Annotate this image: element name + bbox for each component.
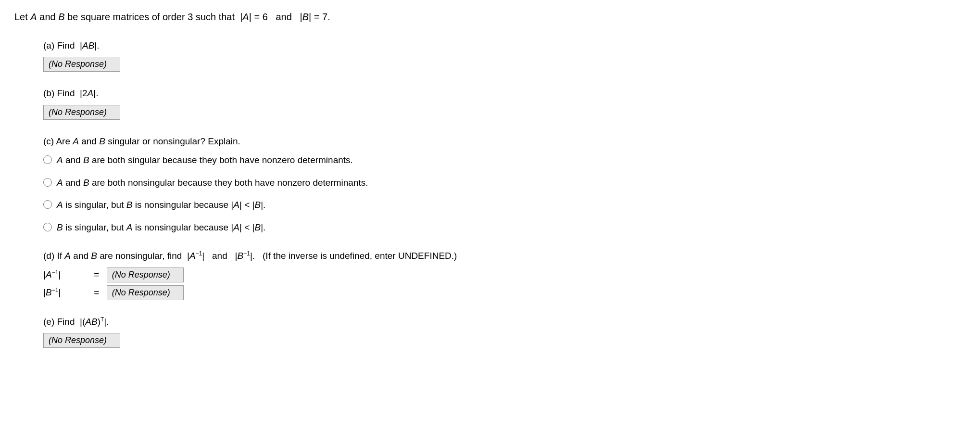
part-c-radio-2[interactable] [43, 178, 52, 187]
part-b: (b) Find |2A|. (No Response) [43, 86, 966, 119]
part-c-radio-4[interactable] [43, 223, 52, 231]
part-c-option-2[interactable]: A and B are both nonsingular because the… [43, 176, 966, 190]
part-a-response[interactable]: (No Response) [43, 57, 120, 72]
part-e: (e) Find |(AB)T|. (No Response) [43, 315, 966, 348]
part-c-options: A and B are both singular because they b… [43, 153, 966, 234]
part-d-b-label: |B−1| [43, 287, 91, 298]
part-d-responses: |A−1| = (No Response) |B−1| = (No Respon… [43, 267, 966, 300]
part-c-radio-3[interactable] [43, 200, 52, 209]
part-c-option-2-text: A and B are both nonsingular because the… [57, 176, 368, 190]
part-a: (a) Find |AB|. (No Response) [43, 38, 966, 72]
part-c-option-4-text: B is singular, but A is nonsingular beca… [57, 221, 265, 235]
part-d-b-equals: = [91, 287, 102, 298]
part-d-a-response[interactable]: (No Response) [107, 267, 184, 282]
part-d: (d) If A and B are nonsingular, find |A−… [43, 249, 966, 300]
part-c-radio-1[interactable] [43, 155, 52, 164]
part-c-option-1-text: A and B are both singular because they b… [57, 153, 353, 167]
part-d-a-equals: = [91, 269, 102, 280]
part-c-option-3-text: A is singular, but B is nonsingular beca… [57, 198, 265, 212]
part-c: (c) Are A and B singular or nonsingular?… [43, 134, 966, 234]
part-c-option-1[interactable]: A and B are both singular because they b… [43, 153, 966, 167]
part-d-row-a: |A−1| = (No Response) [43, 267, 966, 282]
part-d-a-label: |A−1| [43, 269, 91, 280]
part-c-option-3[interactable]: A is singular, but B is nonsingular beca… [43, 198, 966, 212]
part-a-label: (a) Find |AB|. [43, 38, 966, 53]
part-d-b-response[interactable]: (No Response) [107, 285, 184, 300]
part-b-response[interactable]: (No Response) [43, 105, 120, 120]
part-e-response[interactable]: (No Response) [43, 333, 120, 348]
part-d-label: (d) If A and B are nonsingular, find |A−… [43, 249, 966, 263]
part-d-row-b: |B−1| = (No Response) [43, 285, 966, 300]
part-e-label: (e) Find |(AB)T|. [43, 315, 966, 329]
part-b-label: (b) Find |2A|. [43, 86, 966, 101]
part-c-label: (c) Are A and B singular or nonsingular?… [43, 134, 966, 149]
problem-statement: Let A and B be square matrices of order … [14, 10, 966, 24]
part-c-option-4[interactable]: B is singular, but A is nonsingular beca… [43, 221, 966, 235]
